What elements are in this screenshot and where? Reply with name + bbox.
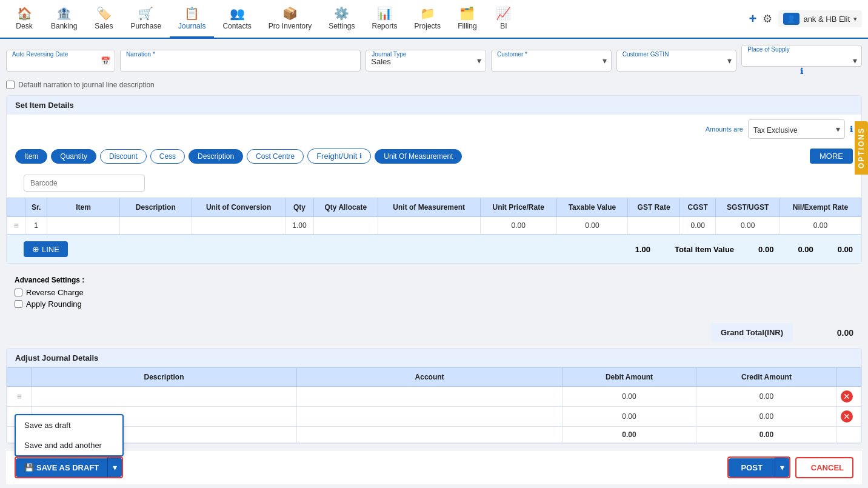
col-sgst: SGST/UGST [716,198,780,217]
narration-field[interactable]: Narration * [120,50,361,72]
add-line-button[interactable]: ⊕ LINE [24,241,68,257]
nav-item-desk[interactable]: 🏠 Desk [6,0,42,38]
drag-handle-icon[interactable]: ≡ [13,221,18,230]
cell-unit-conversion[interactable] [192,217,285,235]
cell-qty-allocate[interactable] [313,217,378,235]
adj-drag-handle-icon[interactable]: ≡ [16,392,21,401]
nav-item-filling[interactable]: 🗂️ Filling [449,0,486,38]
adj-account-input-2[interactable] [301,412,558,421]
nav-item-contacts[interactable]: 👥 Contacts [214,0,259,38]
adj-cell-credit[interactable]: 0.00 [696,387,836,407]
options-sidebar[interactable]: OPTIONS [855,121,868,175]
customer-label: Customer * [496,51,529,58]
adjust-journal-header: Adjust Journal Details [7,349,861,367]
save-as-draft-button[interactable]: 💾 SAVE AS DRAFT [16,458,107,477]
adj-cell-description[interactable] [32,387,297,407]
nav-item-purchase[interactable]: 🛒 Purchase [122,0,170,38]
tab-quantity[interactable]: Quantity [51,149,96,164]
top-form-row: Auto Reversing Date 📅 Narration * Journa… [6,45,862,76]
nav-item-pro-inventory[interactable]: 📦 Pro Inventory [260,0,320,38]
nav-item-journals[interactable]: 📋 Journals [170,0,214,38]
adj-cell-debit-2[interactable]: 0.00 [563,407,696,427]
apply-rounding-checkbox[interactable] [15,300,22,308]
nav-item-reports[interactable]: 📊 Reports [364,0,406,38]
set-item-details-card: Set Item Details Amounts are Tax Exclusi… [6,95,862,264]
nav-item-banking[interactable]: 🏦 Banking [42,0,85,38]
bottom-actions: Save as draft Save and add another 💾 SAV… [6,450,862,484]
advanced-settings: Advanced Settings : Reverse Charge Apply… [6,270,862,317]
cell-item[interactable] [47,217,119,235]
post-button[interactable]: POST [729,458,774,477]
post-dropdown-arrow[interactable]: ▾ [775,458,789,477]
nav-label-filling: Filling [458,22,476,30]
nav-item-settings[interactable]: ⚙️ Settings [320,0,363,38]
nav-item-projects[interactable]: 📁 Projects [406,0,449,38]
save-as-draft-dropdown-arrow[interactable]: ▾ [107,458,122,477]
place-of-supply-field[interactable]: Place of Supply ℹ [741,45,862,76]
reverse-charge-checkbox[interactable] [15,289,22,296]
tab-discount[interactable]: Discount [100,149,147,164]
gear-settings-icon[interactable]: ⚙ [763,12,772,25]
nav-item-bi[interactable]: 📈 BI [486,0,522,38]
adj-account-input[interactable] [301,392,558,401]
grand-total-label: Grand Total(INR) [711,323,793,342]
amounts-info-icon[interactable]: ℹ [850,125,853,134]
customer-field[interactable]: Customer * [491,50,612,72]
col-qty-allocate: Qty Allocate [313,198,378,217]
nav-label-journals: Journals [178,22,205,30]
tab-cess[interactable]: Cess [150,149,185,164]
nav-label-pro-inventory: Pro Inventory [269,22,312,30]
tab-unit-of-measurement[interactable]: Unit Of Measurement [375,149,462,164]
barcode-input[interactable] [24,175,145,192]
adj-table-row: ≡ 0.00 0.00 ✕ [7,407,861,427]
default-narration-checkbox[interactable] [6,81,15,89]
customer-gstin-field[interactable]: Customer GSTIN [616,50,737,72]
adj-delete-button-1[interactable]: ✕ [841,390,853,403]
desc-input[interactable] [132,221,180,230]
adj-cell-account[interactable] [297,387,563,407]
auto-reversing-date-field[interactable]: Auto Reversing Date 📅 [6,50,115,72]
adj-col-debit: Debit Amount [563,368,696,387]
cancel-button[interactable]: CANCEL [803,458,852,477]
default-narration-label: Default narration to journal line descri… [18,81,155,89]
journal-type-field[interactable]: Journal Type Sales [366,50,486,72]
nav-label-desk: Desk [16,22,32,30]
cancel-wrapper: CANCEL [795,457,853,478]
save-and-add-another-option[interactable]: Save and add another [16,435,122,455]
adj-desc-input[interactable] [35,392,293,401]
save-as-draft-option[interactable]: Save as draft [16,415,122,435]
unit-conv-input[interactable] [215,221,263,230]
adj-delete-button-2[interactable]: ✕ [841,410,853,423]
freight-unit-info-icon[interactable]: ℹ [359,152,362,160]
cell-gst-rate[interactable] [628,217,680,235]
adj-cell-debit[interactable]: 0.00 [563,387,696,407]
add-new-button[interactable]: + [749,11,757,27]
tab-cost-centre[interactable]: Cost Centre [247,149,304,164]
adj-table-row: ≡ 0.00 0.00 ✕ [7,387,861,407]
nav-label-settings: Settings [329,22,355,30]
more-button[interactable]: MORE [810,149,853,164]
save-draft-group: 💾 SAVE AS DRAFT ▾ [16,458,122,477]
reports-icon: 📊 [377,6,392,21]
adj-col-drag [7,368,32,387]
cell-qty[interactable]: 1.00 [285,217,314,235]
tab-item[interactable]: Item [15,149,47,164]
nav-label-reports: Reports [372,22,398,30]
adj-cell-account-2[interactable] [297,407,563,427]
cell-sr: 1 [25,217,47,235]
tab-freight-unit[interactable]: Freight/Unit ℹ [307,149,371,164]
item-table: Sr. Item Description Unit of Conversion … [7,198,861,235]
nav-item-sales[interactable]: 🏷️ Sales [85,0,122,38]
amounts-are-select[interactable]: Tax Exclusive [748,119,845,139]
freight-unit-label: Freight/Unit [316,152,357,161]
user-menu[interactable]: 👤 ank & HB Elit ▾ [778,10,862,27]
adj-cell-credit-2[interactable]: 0.00 [696,407,836,427]
cell-description[interactable] [119,217,192,235]
cell-unit-measurement[interactable] [378,217,480,235]
add-line-label: LINE [42,245,59,254]
place-of-supply-info-icon[interactable]: ℹ [741,67,862,76]
tab-description[interactable]: Description [189,149,243,164]
item-input[interactable] [59,221,107,230]
bi-icon: 📈 [496,6,511,21]
cell-unit-price[interactable]: 0.00 [480,217,556,235]
